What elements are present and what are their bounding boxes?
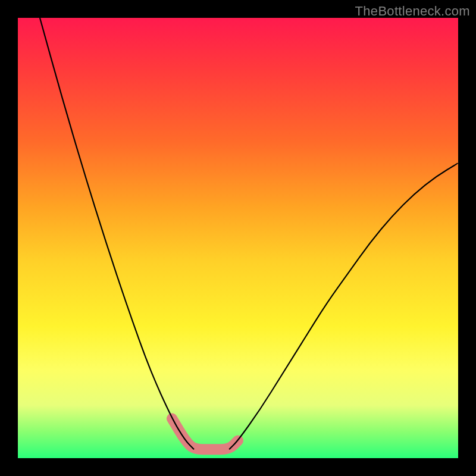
- plot-area: [18, 18, 458, 458]
- chart-svg: [18, 18, 458, 458]
- right-curve: [229, 163, 458, 449]
- chart-frame: TheBottleneck.com: [0, 0, 476, 476]
- left-curve: [40, 18, 194, 449]
- watermark-text: TheBottleneck.com: [355, 4, 470, 19]
